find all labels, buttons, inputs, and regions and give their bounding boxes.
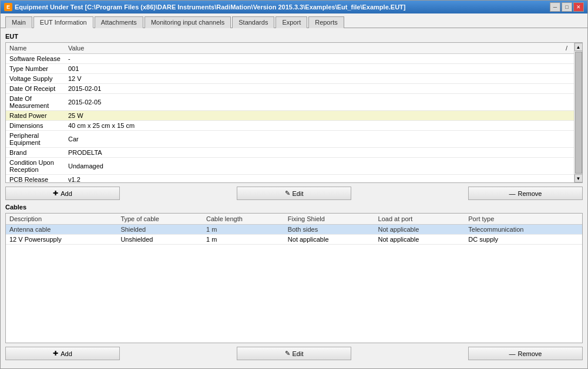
cables-edit-button[interactable]: ✎ Edit bbox=[237, 347, 351, 360]
scroll-thumb[interactable] bbox=[575, 52, 582, 174]
eut-table-row[interactable]: Voltage Supply 12 V bbox=[6, 74, 574, 84]
eut-row-slash bbox=[562, 121, 574, 131]
cable-type: Shielded bbox=[117, 225, 203, 235]
cables-col-length: Cable length bbox=[203, 214, 284, 225]
eut-edit-button[interactable]: ✎ Edit bbox=[237, 187, 351, 200]
eut-row-name: Software Release bbox=[6, 54, 65, 64]
scroll-down-btn[interactable]: ▼ bbox=[574, 174, 583, 182]
eut-row-slash bbox=[562, 148, 574, 158]
scroll-up-btn[interactable]: ▲ bbox=[574, 43, 583, 51]
cables-button-row: ✚ Add ✎ Edit — Remove bbox=[5, 343, 583, 364]
eut-row-value: - bbox=[65, 54, 562, 64]
cable-type: Unshielded bbox=[117, 235, 203, 245]
cables-add-label: Add bbox=[61, 350, 72, 357]
eut-row-name: Dimensions bbox=[6, 121, 65, 131]
eut-table-row[interactable]: Condition Upon Reception Undamaged bbox=[6, 158, 574, 175]
cables-col-load: Load at port bbox=[375, 214, 465, 225]
eut-row-value: 25 W bbox=[65, 111, 562, 121]
eut-row-slash bbox=[562, 131, 574, 148]
eut-row-slash bbox=[562, 64, 574, 74]
eut-row-slash bbox=[562, 84, 574, 94]
window-title: Equipment Under Test [C:\Program Files (… bbox=[15, 4, 405, 11]
eut-col-slash: / bbox=[562, 43, 574, 54]
tab-export[interactable]: Export bbox=[275, 16, 307, 28]
eut-remove-label: Remove bbox=[518, 190, 542, 197]
eut-table-row[interactable]: Date Of Measurement 2015-02-05 bbox=[6, 94, 574, 111]
eut-table-row[interactable]: Rated Power 25 W bbox=[6, 111, 574, 121]
tab-main[interactable]: Main bbox=[5, 16, 32, 28]
eut-row-slash bbox=[562, 94, 574, 111]
cables-col-port: Port type bbox=[465, 214, 582, 225]
eut-row-slash bbox=[562, 54, 574, 64]
eut-table-row[interactable]: Dimensions 40 cm x 25 cm x 15 cm bbox=[6, 121, 574, 131]
app-icon: E bbox=[4, 3, 12, 11]
cable-port: Telecommunication bbox=[465, 225, 582, 235]
eut-table-wrapper: Name Value / Software Release - Type Num… bbox=[5, 42, 583, 183]
eut-row-name: Brand bbox=[6, 148, 65, 158]
main-window: E Equipment Under Test [C:\Program Files… bbox=[0, 0, 588, 369]
eut-row-value: 2015-02-01 bbox=[65, 84, 562, 94]
cable-load: Not applicable bbox=[375, 235, 465, 245]
eut-add-button[interactable]: ✚ Add bbox=[5, 187, 120, 200]
eut-row-name: Date Of Measurement bbox=[6, 94, 65, 111]
tab-attachments[interactable]: Attachments bbox=[95, 16, 143, 28]
tab-eut-information[interactable]: EUT Information bbox=[33, 16, 93, 28]
edit-icon: ✎ bbox=[285, 189, 290, 197]
eut-row-name: PCB Release bbox=[6, 175, 65, 183]
eut-row-name: Condition Upon Reception bbox=[6, 158, 65, 175]
tab-monitoring-input-channels[interactable]: Monitoring input channels bbox=[145, 16, 231, 28]
cables-remove-icon: — bbox=[509, 350, 516, 357]
cables-table-wrapper: Description Type of cable Cable length F… bbox=[5, 213, 583, 343]
eut-table-row[interactable]: Type Number 001 bbox=[6, 64, 574, 74]
eut-row-name: Type Number bbox=[6, 64, 65, 74]
restore-button[interactable]: □ bbox=[562, 2, 572, 12]
cables-table-row[interactable]: Antenna cable Shielded 1 m Both sides No… bbox=[6, 225, 582, 235]
cable-shield: Both sides bbox=[284, 225, 375, 235]
minimize-button[interactable]: ─ bbox=[550, 2, 560, 12]
cables-add-icon: ✚ bbox=[53, 350, 58, 357]
title-bar: E Equipment Under Test [C:\Program Files… bbox=[1, 1, 587, 13]
cables-add-button[interactable]: ✚ Add bbox=[5, 347, 120, 360]
eut-table-row[interactable]: Brand PRODELTA bbox=[6, 148, 574, 158]
cable-length: 1 m bbox=[203, 225, 284, 235]
cable-shield: Not applicable bbox=[284, 235, 375, 245]
cable-load: Not applicable bbox=[375, 225, 465, 235]
eut-row-value: v1.2 bbox=[65, 175, 562, 183]
cables-section-label: Cables bbox=[5, 204, 583, 211]
eut-section-label: EUT bbox=[5, 33, 583, 40]
eut-row-slash bbox=[562, 158, 574, 175]
tab-reports[interactable]: Reports bbox=[308, 16, 344, 28]
cables-table-row[interactable]: 12 V Powersupply Unshielded 1 m Not appl… bbox=[6, 235, 582, 245]
cable-length: 1 m bbox=[203, 235, 284, 245]
cables-col-type: Type of cable bbox=[117, 214, 203, 225]
eut-table-row[interactable]: Software Release - bbox=[6, 54, 574, 64]
eut-row-name: Date Of Receipt bbox=[6, 84, 65, 94]
eut-table-row[interactable]: PCB Release v1.2 bbox=[6, 175, 574, 183]
tab-standards[interactable]: Standards bbox=[232, 16, 274, 28]
close-button[interactable]: ✕ bbox=[573, 2, 584, 12]
tabs-bar: Main EUT Information Attachments Monitor… bbox=[1, 13, 587, 28]
cables-edit-icon: ✎ bbox=[285, 350, 290, 357]
eut-row-name: Peripheral Equipment bbox=[6, 131, 65, 148]
eut-col-value: Value bbox=[65, 43, 562, 54]
title-bar-left: E Equipment Under Test [C:\Program Files… bbox=[4, 3, 405, 11]
cables-remove-button[interactable]: — Remove bbox=[468, 347, 583, 360]
eut-row-name: Voltage Supply bbox=[6, 74, 65, 84]
cables-remove-label: Remove bbox=[518, 350, 542, 357]
eut-row-value: Undamaged bbox=[65, 158, 562, 175]
eut-row-slash bbox=[562, 175, 574, 183]
cable-port: DC supply bbox=[465, 235, 582, 245]
eut-table-row[interactable]: Peripheral Equipment Car bbox=[6, 131, 574, 148]
eut-table-row[interactable]: Date Of Receipt 2015-02-01 bbox=[6, 84, 574, 94]
eut-button-row: ✚ Add ✎ Edit — Remove bbox=[5, 183, 583, 204]
eut-scrollbar[interactable]: ▲ ▼ bbox=[574, 43, 582, 182]
cables-col-description: Description bbox=[6, 214, 117, 225]
eut-remove-button[interactable]: — Remove bbox=[468, 187, 583, 200]
cables-section: Cables Description Type of cable Cable l… bbox=[5, 204, 583, 343]
remove-icon: — bbox=[509, 190, 516, 197]
eut-row-value: 12 V bbox=[65, 74, 562, 84]
title-controls: ─ □ ✕ bbox=[550, 2, 584, 12]
eut-row-slash bbox=[562, 74, 574, 84]
cable-description: Antenna cable bbox=[6, 225, 117, 235]
eut-row-name: Rated Power bbox=[6, 111, 65, 121]
